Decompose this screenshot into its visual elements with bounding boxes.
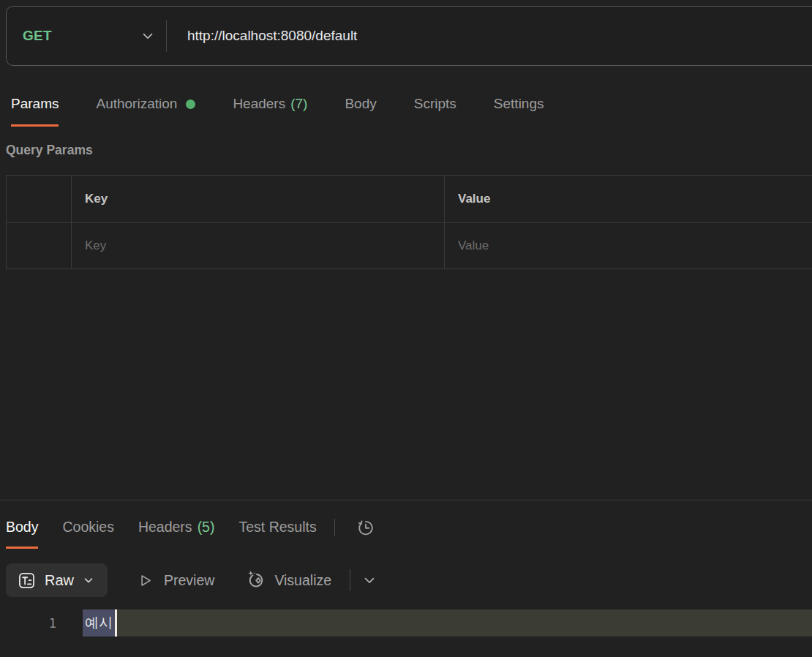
active-line-highlight [117, 609, 812, 637]
method-dropdown[interactable]: GET [7, 7, 166, 65]
response-tab-body[interactable]: Body [6, 519, 38, 549]
tab-authorization[interactable]: Authorization [96, 96, 195, 127]
response-tab-body-label: Body [6, 519, 38, 536]
response-tab-cookies[interactable]: Cookies [62, 519, 113, 549]
preview-view-label: Preview [164, 572, 214, 589]
value-column-header: Value [458, 192, 490, 206]
response-body-editor[interactable]: 1 예시 [0, 609, 812, 637]
selected-text: 예시 [83, 609, 115, 637]
response-view-controls: Raw Preview Visualize [6, 563, 377, 597]
response-tab-headers[interactable]: Headers (5) [138, 519, 215, 549]
request-tabs: Params Authorization Headers (7) Body Sc… [11, 96, 544, 127]
tab-authorization-label: Authorization [96, 96, 177, 112]
tab-body-label: Body [345, 96, 376, 112]
value-placeholder: Value [458, 239, 489, 253]
header-value-cell: Value [445, 176, 812, 222]
preview-view-button[interactable]: Preview [138, 572, 214, 589]
header-key-cell: Key [72, 176, 445, 222]
raw-view-button[interactable]: Raw [6, 563, 108, 597]
row-checkbox-cell[interactable] [7, 223, 72, 269]
tab-settings[interactable]: Settings [494, 96, 544, 127]
tab-headers[interactable]: Headers (7) [233, 96, 307, 127]
tab-headers-label: Headers [233, 96, 285, 112]
play-outline-icon [138, 573, 153, 588]
tab-scripts[interactable]: Scripts [414, 96, 456, 127]
view-controls-divider [350, 569, 350, 591]
response-tabs: Body Cookies Headers (5) Test Results [6, 519, 377, 549]
visualize-view-button[interactable]: Visualize [244, 569, 331, 591]
key-placeholder: Key [85, 239, 106, 253]
key-column-header: Key [85, 192, 108, 206]
query-params-table: Key Value Key Value [6, 175, 812, 269]
url-bar-divider [166, 20, 167, 52]
response-tab-cookies-label: Cookies [62, 519, 113, 536]
headers-count-badge: (7) [290, 96, 307, 112]
value-input[interactable]: Value [445, 223, 812, 269]
tab-settings-label: Settings [494, 96, 544, 112]
table-header-row: Key Value [7, 176, 812, 223]
editor-gutter: 1 [0, 609, 83, 637]
method-label: GET [23, 28, 52, 44]
query-params-title: Query Params [6, 143, 93, 158]
app-window: GET http://localhost:8080/default Params… [0, 0, 812, 657]
line-number: 1 [49, 616, 56, 631]
header-checkbox-cell [7, 176, 72, 222]
history-clock-icon[interactable] [355, 517, 377, 538]
tab-params[interactable]: Params [11, 96, 59, 127]
chevron-down-icon [140, 28, 156, 44]
visualize-view-label: Visualize [274, 572, 331, 589]
raw-text-icon [17, 571, 37, 590]
chevron-down-icon [82, 574, 95, 587]
response-tab-headers-label: Headers [138, 519, 192, 536]
response-tab-test-results[interactable]: Test Results [238, 519, 316, 549]
tab-body[interactable]: Body [345, 96, 376, 127]
request-url-bar: GET http://localhost:8080/default [6, 6, 812, 66]
response-headers-count-badge: (5) [198, 519, 215, 536]
tab-scripts-label: Scripts [414, 96, 456, 112]
authorization-status-dot [186, 100, 195, 109]
key-input[interactable]: Key [72, 223, 445, 269]
table-row: Key Value [7, 223, 812, 269]
tab-params-label: Params [11, 96, 59, 112]
response-tab-test-results-label: Test Results [238, 519, 316, 536]
url-input[interactable]: http://localhost:8080/default [187, 28, 357, 44]
response-panel-divider [0, 500, 812, 500]
raw-view-label: Raw [45, 572, 74, 589]
chevron-down-icon[interactable] [361, 572, 377, 588]
editor-line-content[interactable]: 예시 [83, 609, 812, 637]
response-tabs-divider [334, 519, 335, 536]
sparkle-magic-icon [244, 569, 266, 591]
